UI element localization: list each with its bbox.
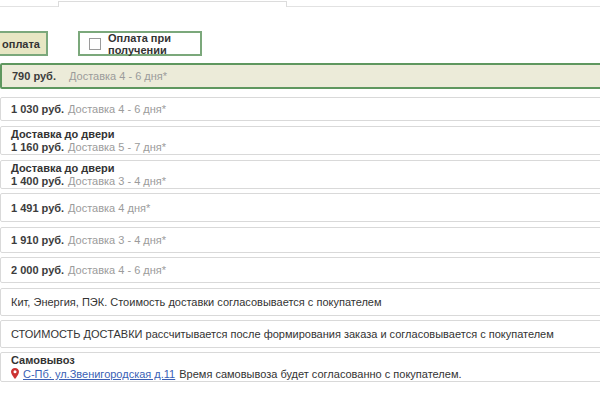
delivery-note: Доставка 4 дня* xyxy=(68,202,150,214)
cutoff-element-above xyxy=(58,1,287,7)
delivery-option-row[interactable]: 1 491 руб. Доставка 4 дня* xyxy=(0,193,600,222)
delivery-note: Доставка 3 - 4 дня* xyxy=(68,234,166,246)
price: 2 000 руб. xyxy=(11,264,68,276)
price: 1 910 руб. xyxy=(11,234,68,246)
payment-on-delivery-button[interactable]: Оплата при получении xyxy=(78,31,202,56)
pickup-address-link[interactable]: С-Пб. ул.Звенигородская д.11 xyxy=(23,368,175,380)
delivery-option-row[interactable]: Кит, Энергия, ПЭК. Стоимость доставки со… xyxy=(0,288,600,316)
row-header: Доставка до двери xyxy=(11,128,600,141)
prepaid-payment-label: ная оплата xyxy=(0,38,40,50)
delivery-note: Доставка 4 - 6 дня* xyxy=(69,70,167,82)
delivery-note: Доставка 4 - 6 дня* xyxy=(68,103,166,115)
delivery-option-row[interactable]: 2 000 руб. Доставка 4 - 6 дня* xyxy=(0,257,600,283)
payment-on-delivery-checkbox[interactable] xyxy=(89,38,101,50)
delivery-option-row[interactable]: СТОИМОСТЬ ДОСТАВКИ рассчитывается после … xyxy=(0,320,600,348)
delivery-option-row-selected[interactable]: 790 руб. Доставка 4 - 6 дня* xyxy=(0,63,600,89)
pickup-row[interactable]: Самовывоз С-Пб. ул.Звенигородская д.11 В… xyxy=(0,352,600,382)
delivery-option-row[interactable]: 1 030 руб. Доставка 4 - 6 дня* xyxy=(0,97,600,121)
pickup-note: Время самовывоза будет согласованно с по… xyxy=(179,368,461,380)
delivery-note: Доставка 3 - 4 дня* xyxy=(68,175,166,187)
delivery-options-panel: ная оплата Оплата при получении 790 руб.… xyxy=(0,0,600,400)
delivery-option-row[interactable]: Доставка до двери 1 400 руб. Доставка 3 … xyxy=(0,160,600,189)
price: 1 030 руб. xyxy=(11,103,68,115)
price: 1 400 руб. xyxy=(11,175,68,187)
delivery-option-row[interactable]: Доставка до двери 1 160 руб. Доставка 5 … xyxy=(0,126,600,155)
price: 1 160 руб. xyxy=(11,141,68,153)
row-header: Самовывоз xyxy=(11,354,600,367)
top-border-left xyxy=(0,6,58,7)
row-header: Доставка до двери xyxy=(11,162,600,175)
price: 1 491 руб. xyxy=(11,202,68,214)
top-border-right xyxy=(287,6,600,7)
price: 790 руб. xyxy=(12,70,69,82)
prepaid-payment-button[interactable]: ная оплата xyxy=(0,31,48,56)
payment-on-delivery-label: Оплата при получении xyxy=(108,32,191,56)
row-text: Кит, Энергия, ПЭК. Стоимость доставки со… xyxy=(11,296,382,308)
map-pin-icon xyxy=(11,368,19,381)
delivery-note: Доставка 5 - 7 дня* xyxy=(68,141,166,153)
delivery-option-row[interactable]: 1 910 руб. Доставка 3 - 4 дня* xyxy=(0,227,600,253)
delivery-note: Доставка 4 - 6 дня* xyxy=(68,264,166,276)
row-text: СТОИМОСТЬ ДОСТАВКИ рассчитывается после … xyxy=(11,328,554,340)
